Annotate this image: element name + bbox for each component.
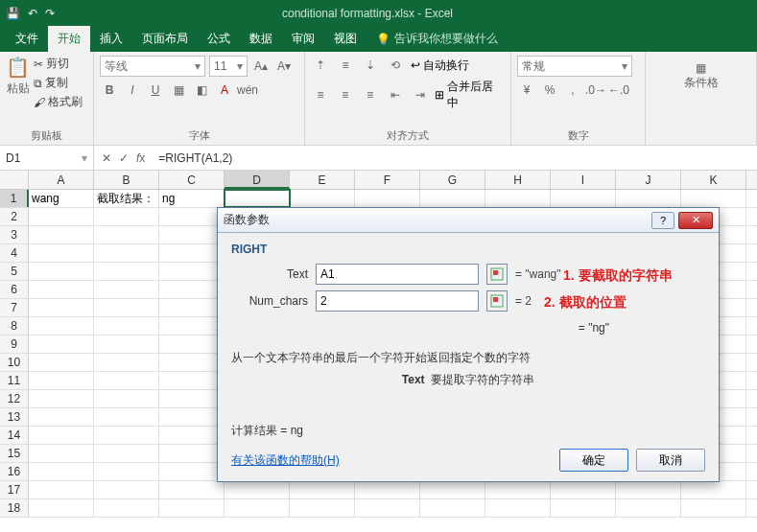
col-header-i[interactable]: I [551,171,616,189]
cell[interactable] [290,190,355,207]
ok-button[interactable]: 确定 [559,449,628,472]
align-center-icon[interactable]: ≡ [336,85,355,104]
cell[interactable] [159,390,225,407]
row-header-12[interactable]: 12 [0,390,29,407]
format-painter-button[interactable]: 🖌格式刷 [34,94,83,110]
cell[interactable]: ng [159,190,225,207]
col-header-e[interactable]: E [290,171,355,189]
cell[interactable] [29,226,94,243]
cell[interactable] [159,244,225,262]
merge-center-button[interactable]: ⊞合并后居中 [435,79,505,111]
save-icon[interactable]: 💾 [6,7,20,20]
cell[interactable] [159,445,225,462]
tab-home[interactable]: 开始 [48,26,90,52]
row-header-2[interactable]: 2 [0,208,29,225]
cell[interactable] [29,299,94,316]
cell[interactable] [159,499,225,517]
copy-button[interactable]: ⧉复制 [34,75,83,91]
cancel-formula-icon[interactable]: ✕ [102,151,111,165]
cell[interactable] [94,226,159,243]
paste-button[interactable]: 📋粘贴 [6,56,30,110]
tab-formulas[interactable]: 公式 [198,26,240,52]
cell[interactable] [681,190,746,207]
col-header-d[interactable]: D [225,171,290,189]
cell[interactable] [29,408,94,426]
cell[interactable]: wang [29,190,94,207]
col-header-g[interactable]: G [420,171,485,189]
font-size-combo[interactable]: 11▾ [209,56,248,77]
cell[interactable] [159,463,225,480]
cell[interactable] [355,481,420,498]
cell[interactable] [94,335,159,353]
close-button[interactable]: ✕ [678,212,713,229]
cell[interactable] [94,463,159,480]
cell[interactable] [29,244,94,262]
col-header-f[interactable]: F [355,171,420,189]
cell[interactable] [29,335,94,353]
arg-input-numchars[interactable] [316,290,479,312]
arg-input-text[interactable] [316,264,479,285]
cell[interactable] [29,445,94,462]
cut-button[interactable]: ✂剪切 [34,56,83,72]
undo-icon[interactable]: ↶ [28,7,37,20]
row-header-10[interactable]: 10 [0,354,29,371]
underline-button[interactable]: U [146,81,165,100]
indent-dec-icon[interactable]: ⇤ [386,85,405,104]
row-header-8[interactable]: 8 [0,317,29,335]
help-button[interactable]: ? [651,212,674,229]
cell[interactable] [29,390,94,407]
tab-review[interactable]: 审阅 [282,26,324,52]
tell-me[interactable]: 💡告诉我你想要做什么 [367,26,508,52]
cell[interactable] [225,481,290,498]
cell[interactable] [551,190,616,207]
cell[interactable] [225,499,290,517]
align-right-icon[interactable]: ≡ [361,85,380,104]
align-top-icon[interactable]: ⇡ [311,56,330,75]
cell[interactable] [159,427,225,444]
cell[interactable] [159,408,225,426]
ref-picker-button[interactable] [486,290,508,312]
bold-button[interactable]: B [100,81,119,100]
cell[interactable] [355,190,420,207]
cell[interactable] [94,281,159,298]
cell[interactable] [420,481,485,498]
row-header-9[interactable]: 9 [0,335,29,353]
cancel-button[interactable]: 取消 [636,449,705,472]
help-link[interactable]: 有关该函数的帮助(H) [231,452,340,469]
col-header-c[interactable]: C [159,171,225,189]
row-header-14[interactable]: 14 [0,427,29,444]
cell[interactable] [159,317,225,335]
conditional-format-button[interactable]: ▦ 条件格 [651,56,750,91]
cell[interactable] [29,427,94,444]
cell[interactable] [159,263,225,280]
accept-formula-icon[interactable]: ✓ [119,151,129,165]
col-header-a[interactable]: A [29,171,94,189]
italic-button[interactable]: I [123,81,142,100]
cell[interactable] [29,208,94,225]
row-header-16[interactable]: 16 [0,463,29,480]
cell[interactable] [159,281,225,298]
row-header-15[interactable]: 15 [0,445,29,462]
cell[interactable] [94,427,159,444]
cell[interactable] [159,208,225,225]
align-bottom-icon[interactable]: ⇣ [361,56,380,75]
dec-decimal-icon[interactable]: ←.0 [609,81,628,100]
tab-insert[interactable]: 插入 [90,26,132,52]
increase-font-icon[interactable]: A▴ [251,57,271,76]
cell[interactable] [29,317,94,335]
redo-icon[interactable]: ↷ [45,7,55,20]
row-header-11[interactable]: 11 [0,372,29,389]
cell[interactable] [355,499,420,517]
row-header-6[interactable]: 6 [0,281,29,298]
wrap-text-button[interactable]: ↩自动换行 [411,58,469,74]
row-header-5[interactable]: 5 [0,263,29,280]
cell[interactable] [94,208,159,225]
tab-layout[interactable]: 页面布局 [132,26,198,52]
cell[interactable] [420,499,485,517]
row-header-18[interactable]: 18 [0,499,29,517]
cell[interactable] [29,481,94,498]
cell[interactable] [94,354,159,371]
cell[interactable] [94,317,159,335]
currency-icon[interactable]: ¥ [517,81,536,100]
row-header-4[interactable]: 4 [0,244,29,262]
